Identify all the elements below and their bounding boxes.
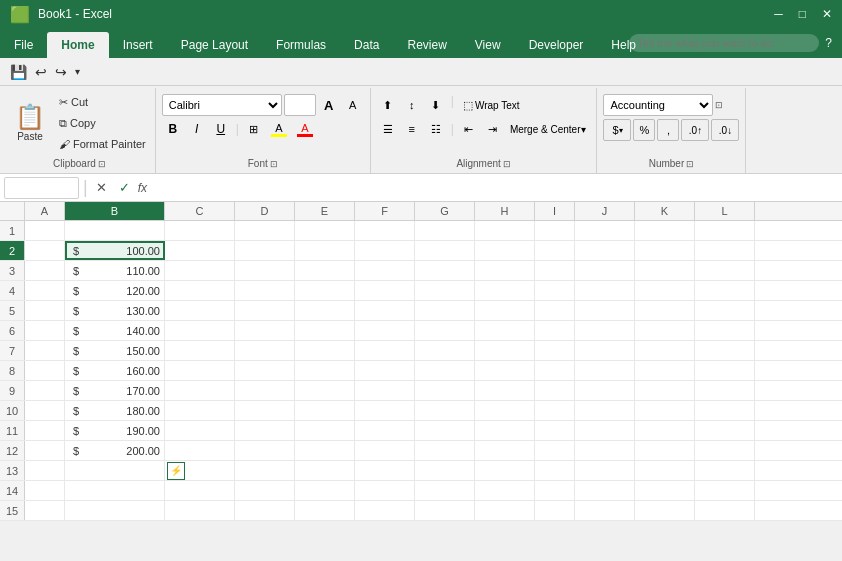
cell-E1[interactable] xyxy=(295,221,355,240)
decrease-decimal-button[interactable]: .0↓ xyxy=(711,119,739,141)
cell-F11[interactable] xyxy=(355,421,415,440)
ribbon-tab-view[interactable]: View xyxy=(461,32,515,58)
cell-L11[interactable] xyxy=(695,421,755,440)
cell-H12[interactable] xyxy=(475,441,535,460)
cell-H15[interactable] xyxy=(475,501,535,520)
cell-J3[interactable] xyxy=(575,261,635,280)
cell-F8[interactable] xyxy=(355,361,415,380)
cell-G5[interactable] xyxy=(415,301,475,320)
cell-B7[interactable]: $150.00 xyxy=(65,341,165,360)
cell-H9[interactable] xyxy=(475,381,535,400)
row-header-5[interactable]: 5 xyxy=(0,301,25,320)
cell-L7[interactable] xyxy=(695,341,755,360)
cell-A3[interactable] xyxy=(25,261,65,280)
cell-H11[interactable] xyxy=(475,421,535,440)
cell-C2[interactable] xyxy=(165,241,235,260)
cell-B10[interactable]: $180.00 xyxy=(65,401,165,420)
save-button[interactable]: 💾 xyxy=(8,62,29,82)
cell-I3[interactable] xyxy=(535,261,575,280)
cell-K6[interactable] xyxy=(635,321,695,340)
cell-G6[interactable] xyxy=(415,321,475,340)
cell-A9[interactable] xyxy=(25,381,65,400)
cell-H13[interactable] xyxy=(475,461,535,480)
cell-C1[interactable] xyxy=(165,221,235,240)
cell-D13[interactable] xyxy=(235,461,295,480)
ribbon-tab-data[interactable]: Data xyxy=(340,32,393,58)
format-painter-button[interactable]: 🖌 Format Painter xyxy=(54,135,151,153)
cell-L13[interactable] xyxy=(695,461,755,480)
col-header-L[interactable]: L xyxy=(695,202,755,220)
cell-I9[interactable] xyxy=(535,381,575,400)
cell-L12[interactable] xyxy=(695,441,755,460)
merge-center-button[interactable]: Merge & Center▾ xyxy=(506,121,591,138)
cell-H6[interactable] xyxy=(475,321,535,340)
cell-F13[interactable] xyxy=(355,461,415,480)
col-header-C[interactable]: C xyxy=(165,202,235,220)
cell-G8[interactable] xyxy=(415,361,475,380)
cell-E11[interactable] xyxy=(295,421,355,440)
cell-J2[interactable] xyxy=(575,241,635,260)
cell-I4[interactable] xyxy=(535,281,575,300)
align-top-button[interactable]: ⬆ xyxy=(377,94,399,116)
redo-button[interactable]: ↪ xyxy=(53,62,69,82)
cell-I2[interactable] xyxy=(535,241,575,260)
cell-I5[interactable] xyxy=(535,301,575,320)
cell-K12[interactable] xyxy=(635,441,695,460)
cell-L5[interactable] xyxy=(695,301,755,320)
cut-button[interactable]: ✂ Cut xyxy=(54,93,151,112)
cell-F6[interactable] xyxy=(355,321,415,340)
tell-me-input[interactable] xyxy=(629,34,819,52)
cell-B5[interactable]: $130.00 xyxy=(65,301,165,320)
increase-decimal-button[interactable]: .0↑ xyxy=(681,119,709,141)
row-header-11[interactable]: 11 xyxy=(0,421,25,440)
cell-reference-box[interactable]: B2 xyxy=(4,177,79,199)
cell-D6[interactable] xyxy=(235,321,295,340)
cell-I10[interactable] xyxy=(535,401,575,420)
cell-J7[interactable] xyxy=(575,341,635,360)
align-right-button[interactable]: ☷ xyxy=(425,118,447,140)
cell-C11[interactable] xyxy=(165,421,235,440)
cell-G10[interactable] xyxy=(415,401,475,420)
cell-I15[interactable] xyxy=(535,501,575,520)
cell-J1[interactable] xyxy=(575,221,635,240)
cell-B1[interactable] xyxy=(65,221,165,240)
increase-font-button[interactable]: A xyxy=(318,94,340,116)
col-header-B[interactable]: B xyxy=(65,202,165,220)
cell-G12[interactable] xyxy=(415,441,475,460)
cell-E8[interactable] xyxy=(295,361,355,380)
cell-F12[interactable] xyxy=(355,441,415,460)
cell-F7[interactable] xyxy=(355,341,415,360)
flash-fill-icon[interactable]: ⚡ xyxy=(167,462,185,480)
cell-G15[interactable] xyxy=(415,501,475,520)
col-header-H[interactable]: H xyxy=(475,202,535,220)
row-header-7[interactable]: 7 xyxy=(0,341,25,360)
row-header-15[interactable]: 15 xyxy=(0,501,25,520)
row-header-2[interactable]: 2 xyxy=(0,241,25,260)
cell-D12[interactable] xyxy=(235,441,295,460)
cell-B3[interactable]: $110.00 xyxy=(65,261,165,280)
row-header-4[interactable]: 4 xyxy=(0,281,25,300)
cell-E7[interactable] xyxy=(295,341,355,360)
ribbon-tab-review[interactable]: Review xyxy=(393,32,460,58)
cell-A4[interactable] xyxy=(25,281,65,300)
cell-J4[interactable] xyxy=(575,281,635,300)
cell-C3[interactable] xyxy=(165,261,235,280)
cell-C9[interactable] xyxy=(165,381,235,400)
cell-I11[interactable] xyxy=(535,421,575,440)
cell-G1[interactable] xyxy=(415,221,475,240)
align-bottom-button[interactable]: ⬇ xyxy=(425,94,447,116)
cell-H10[interactable] xyxy=(475,401,535,420)
ribbon-tab-developer[interactable]: Developer xyxy=(515,32,598,58)
row-header-14[interactable]: 14 xyxy=(0,481,25,500)
cell-H8[interactable] xyxy=(475,361,535,380)
align-middle-button[interactable]: ↕ xyxy=(401,94,423,116)
cell-J8[interactable] xyxy=(575,361,635,380)
cell-E15[interactable] xyxy=(295,501,355,520)
cell-D4[interactable] xyxy=(235,281,295,300)
cell-I6[interactable] xyxy=(535,321,575,340)
col-header-E[interactable]: E xyxy=(295,202,355,220)
cell-L15[interactable] xyxy=(695,501,755,520)
cell-A11[interactable] xyxy=(25,421,65,440)
cell-I7[interactable] xyxy=(535,341,575,360)
font-name-select[interactable]: Calibri xyxy=(162,94,282,116)
